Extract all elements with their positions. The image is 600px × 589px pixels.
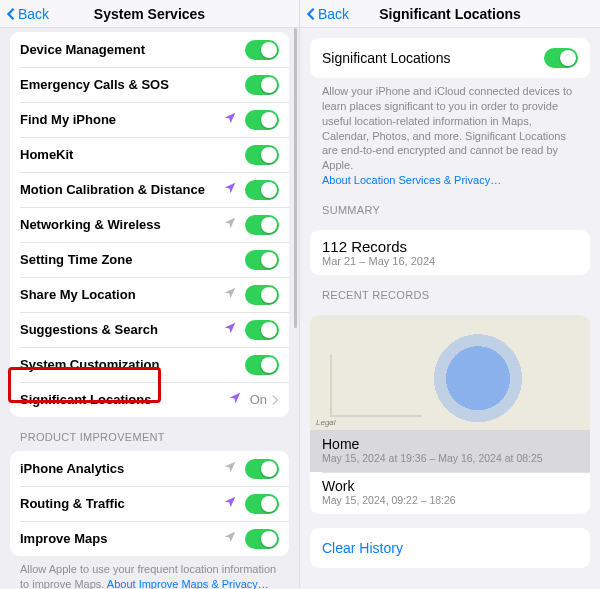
toggle-switch[interactable] xyxy=(245,250,279,270)
toggle-switch[interactable] xyxy=(245,285,279,305)
summary-header: SUMMARY xyxy=(310,190,590,220)
list-row[interactable]: System Customization xyxy=(10,347,289,382)
list-row[interactable]: Significant LocationsOn xyxy=(10,382,289,417)
list-row[interactable]: Setting Time Zone xyxy=(10,242,289,277)
toggle-label: Significant Locations xyxy=(322,50,544,66)
significant-locations-toggle-row[interactable]: Significant Locations xyxy=(310,38,590,78)
record-sub: May 15, 2024, 09:22 – 18:26 xyxy=(322,494,578,506)
summary-range: Mar 21 – May 16, 2024 xyxy=(310,255,590,275)
list-row[interactable]: Routing & Traffic xyxy=(10,486,289,521)
scrollbar[interactable] xyxy=(294,28,297,328)
list-row[interactable]: Device Management xyxy=(10,32,289,67)
recent-block: Legal HomeMay 15, 2024 at 19:36 – May 16… xyxy=(310,315,590,514)
list-row[interactable]: Motion Calibration & Distance xyxy=(10,172,289,207)
chevron-right-icon xyxy=(271,394,279,406)
recent-header: RECENT RECORDS xyxy=(310,275,590,305)
toggle-switch[interactable] xyxy=(245,459,279,479)
location-arrow-icon xyxy=(223,530,245,548)
row-label: Motion Calibration & Distance xyxy=(20,182,223,197)
row-label: HomeKit xyxy=(20,147,245,162)
footer-link[interactable]: About Improve Maps & Privacy… xyxy=(107,578,269,589)
toggle-switch[interactable] xyxy=(245,529,279,549)
clear-history-button[interactable]: Clear History xyxy=(310,528,590,568)
toggle-switch[interactable] xyxy=(245,145,279,165)
chevron-left-icon xyxy=(6,7,16,21)
toggle-switch[interactable] xyxy=(245,75,279,95)
toggle-switch[interactable] xyxy=(245,494,279,514)
row-label: Device Management xyxy=(20,42,245,57)
location-arrow-icon xyxy=(223,111,245,129)
system-services-pane: Back System Services Device ManagementEm… xyxy=(0,0,300,589)
back-label: Back xyxy=(18,6,49,22)
row-label: System Customization xyxy=(20,357,245,372)
toggle-switch[interactable] xyxy=(245,355,279,375)
record-row[interactable]: HomeMay 15, 2024 at 19:36 – May 16, 2024… xyxy=(310,430,590,472)
back-button[interactable]: Back xyxy=(6,6,49,22)
toggle-switch[interactable] xyxy=(245,180,279,200)
row-label: iPhone Analytics xyxy=(20,461,223,476)
description-text: Allow your iPhone and iCloud connected d… xyxy=(310,78,590,190)
list-row[interactable]: Share My Location xyxy=(10,277,289,312)
back-label: Back xyxy=(318,6,349,22)
record-sub: May 15, 2024 at 19:36 – May 16, 2024 at … xyxy=(322,452,578,464)
services-list: Device ManagementEmergency Calls & SOSFi… xyxy=(10,32,289,417)
map-preview[interactable]: Legal xyxy=(310,315,590,430)
row-label: Improve Maps xyxy=(20,531,223,546)
record-title: Home xyxy=(322,436,578,452)
location-arrow-icon xyxy=(223,321,245,339)
location-arrow-icon xyxy=(228,391,250,409)
location-arrow-icon xyxy=(223,495,245,513)
toggle-switch[interactable] xyxy=(245,110,279,130)
privacy-link[interactable]: About Location Services & Privacy… xyxy=(322,174,501,186)
left-navbar: Back System Services xyxy=(0,0,299,28)
map-legal[interactable]: Legal xyxy=(316,418,336,427)
right-navbar: Back Significant Locations xyxy=(300,0,600,28)
footer-text: Allow Apple to use your frequent locatio… xyxy=(0,556,299,589)
section-header: PRODUCT IMPROVEMENT xyxy=(0,417,299,447)
location-arrow-icon xyxy=(223,216,245,234)
row-label: Significant Locations xyxy=(20,392,228,407)
row-value: On xyxy=(250,392,267,407)
row-label: Emergency Calls & SOS xyxy=(20,77,245,92)
improvement-list: iPhone AnalyticsRouting & TrafficImprove… xyxy=(10,451,289,556)
significant-locations-pane: Back Significant Locations Significant L… xyxy=(300,0,600,589)
location-arrow-icon xyxy=(223,460,245,478)
list-row[interactable]: HomeKit xyxy=(10,137,289,172)
page-title: Significant Locations xyxy=(379,6,521,22)
list-row[interactable]: Networking & Wireless xyxy=(10,207,289,242)
record-row[interactable]: WorkMay 15, 2024, 09:22 – 18:26 xyxy=(310,472,590,514)
row-label: Suggestions & Search xyxy=(20,322,223,337)
list-row[interactable]: Improve Maps xyxy=(10,521,289,556)
row-label: Setting Time Zone xyxy=(20,252,245,267)
list-row[interactable]: Find My iPhone xyxy=(10,102,289,137)
record-title: Work xyxy=(322,478,578,494)
location-arrow-icon xyxy=(223,181,245,199)
summary-block[interactable]: 112 Records Mar 21 – May 16, 2024 xyxy=(310,230,590,275)
list-row[interactable]: iPhone Analytics xyxy=(10,451,289,486)
page-title: System Services xyxy=(94,6,205,22)
row-label: Find My iPhone xyxy=(20,112,223,127)
toggle-block: Significant Locations xyxy=(310,38,590,78)
toggle-switch[interactable] xyxy=(245,215,279,235)
back-button[interactable]: Back xyxy=(306,6,349,22)
list-row[interactable]: Emergency Calls & SOS xyxy=(10,67,289,102)
list-row[interactable]: Suggestions & Search xyxy=(10,312,289,347)
toggle-switch[interactable] xyxy=(245,40,279,60)
summary-count: 112 Records xyxy=(310,230,590,255)
toggle-switch[interactable] xyxy=(544,48,578,68)
row-label: Share My Location xyxy=(20,287,223,302)
location-arrow-icon xyxy=(223,286,245,304)
clear-block: Clear History xyxy=(310,528,590,568)
row-label: Routing & Traffic xyxy=(20,496,223,511)
toggle-switch[interactable] xyxy=(245,320,279,340)
row-label: Networking & Wireless xyxy=(20,217,223,232)
chevron-left-icon xyxy=(306,7,316,21)
